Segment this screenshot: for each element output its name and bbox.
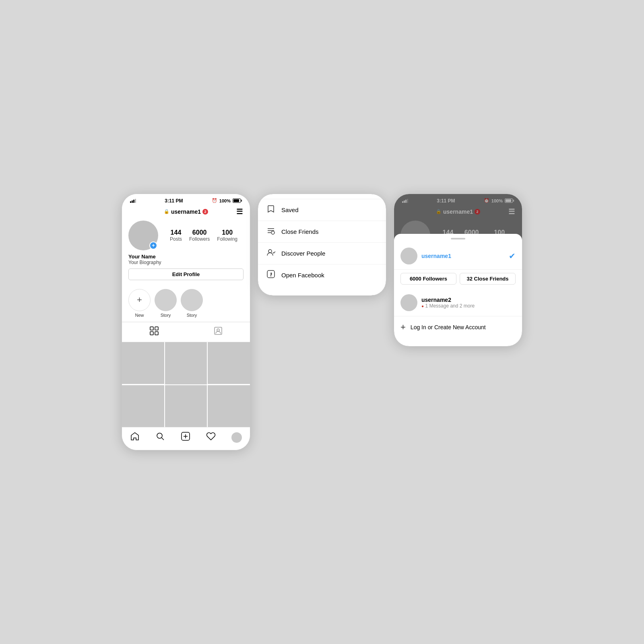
menu-nametag[interactable]: Nametag bbox=[258, 194, 386, 199]
status-left-1 bbox=[130, 199, 136, 203]
status-time-1: 3:11 PM bbox=[165, 198, 183, 204]
battery-icon-1 bbox=[233, 198, 242, 203]
add-icon-1[interactable] bbox=[181, 431, 190, 444]
status-left-3 bbox=[402, 199, 408, 203]
svg-rect-2 bbox=[150, 332, 153, 335]
grid-cell-1 bbox=[122, 342, 164, 384]
search-icon-1[interactable] bbox=[155, 431, 165, 444]
stat-label-followers-1: Followers bbox=[189, 236, 210, 242]
account-info-2: username2 ● 1 Message and 2 more bbox=[421, 297, 475, 309]
grid-cell-5 bbox=[165, 385, 207, 427]
story-label-1a: Story bbox=[161, 313, 171, 318]
svg-rect-19 bbox=[267, 270, 275, 278]
phone-profile: 3:11 PM ⏰ 100% 🔒 username1 2 ☰ bbox=[122, 194, 250, 450]
stat-followers-1: 6000 Followers bbox=[189, 229, 210, 242]
profile-header-1: 🔒 username1 2 ☰ bbox=[122, 206, 250, 217]
tab-grid-1[interactable] bbox=[122, 322, 186, 342]
add-account-label: Log In or Create New Account bbox=[411, 324, 486, 330]
menu-discover-label: Discover People bbox=[281, 250, 325, 257]
heart-icon-1[interactable] bbox=[206, 431, 216, 444]
svg-point-6 bbox=[157, 433, 162, 438]
story-1b[interactable]: Story bbox=[181, 289, 203, 318]
svg-point-5 bbox=[217, 329, 219, 331]
menu-close-friends[interactable]: Close Friends bbox=[258, 221, 386, 243]
status-right-3: ⏰ 100% bbox=[484, 198, 514, 203]
discover-icon bbox=[266, 248, 276, 259]
avatar-plus-1[interactable]: + bbox=[149, 242, 157, 250]
hamburger-menu-1[interactable]: ☰ bbox=[236, 207, 243, 216]
account-avatar-2 bbox=[400, 294, 417, 311]
menu-sheet: Settings Archive bbox=[258, 194, 386, 295]
profile-top-1: + 144 Posts 6000 Followers 100 Following bbox=[128, 221, 244, 250]
profile-info-1: + 144 Posts 6000 Followers 100 Following bbox=[122, 217, 250, 285]
account-avatar-1 bbox=[400, 248, 417, 264]
stat-num-posts-1: 144 bbox=[170, 229, 182, 236]
nav-avatar-1[interactable] bbox=[231, 432, 242, 443]
stats-1: 144 Posts 6000 Followers 100 Following bbox=[164, 229, 244, 242]
battery-pct-3: 100% bbox=[491, 198, 503, 203]
account-left-1: username1 bbox=[400, 248, 451, 264]
followers-btn[interactable]: 6000 Followers bbox=[400, 273, 456, 285]
add-account-plus-icon: + bbox=[400, 322, 406, 332]
screenshots-container: 3:11 PM ⏰ 100% 🔒 username1 2 ☰ bbox=[105, 169, 539, 475]
status-bar-1: 3:11 PM ⏰ 100% bbox=[122, 194, 250, 206]
notif-badge-1: 2 bbox=[202, 209, 208, 215]
username-text-3: username1 bbox=[443, 208, 473, 215]
signal-icon-3 bbox=[402, 199, 408, 203]
story-label-1b: Story bbox=[187, 313, 197, 318]
alarm-icon-3: ⏰ bbox=[484, 198, 489, 203]
friends-icon bbox=[266, 226, 276, 237]
hamburger-menu-3[interactable]: ☰ bbox=[508, 207, 515, 216]
story-label-new-1: New bbox=[135, 313, 144, 318]
close-friends-btn[interactable]: 32 Close Friends bbox=[460, 273, 516, 285]
account-username-1: username1 bbox=[421, 253, 451, 259]
menu-discover[interactable]: Discover People bbox=[258, 243, 386, 264]
svg-line-7 bbox=[161, 438, 164, 440]
account-left-2: username2 ● 1 Message and 2 more bbox=[400, 294, 475, 311]
grid-cell-2 bbox=[165, 342, 207, 384]
stat-posts-1: 144 Posts bbox=[170, 229, 182, 242]
stat-num-following-1: 100 bbox=[217, 229, 237, 236]
notif-badge-3: 2 bbox=[475, 209, 480, 215]
add-account-row[interactable]: + Log In or Create New Account bbox=[394, 316, 522, 338]
phone-account-switch: 3:11 PM ⏰ 100% 🔒 username1 2 ☰ bbox=[394, 194, 522, 347]
phone-menu: 3:11 PM ⏰ 100% 🔒 username1 2 ☰ bbox=[258, 194, 386, 296]
grid-cell-4 bbox=[122, 385, 164, 427]
stat-label-posts-1: Posts bbox=[170, 236, 182, 242]
account-sub-2: ● 1 Message and 2 more bbox=[421, 303, 475, 309]
account-sheet: username1 ✔ 6000 Followers 32 Close Frie… bbox=[394, 234, 522, 346]
svg-point-18 bbox=[268, 250, 272, 253]
person-tag-icon-1 bbox=[214, 326, 223, 338]
signal-icon bbox=[130, 199, 136, 203]
svg-rect-1 bbox=[155, 327, 158, 330]
battery-icon-3 bbox=[505, 198, 514, 203]
account-notif-text: 1 Message and 2 more bbox=[425, 303, 475, 309]
alarm-icon: ⏰ bbox=[212, 198, 217, 203]
edit-profile-btn-1[interactable]: Edit Profile bbox=[128, 268, 244, 280]
stat-following-1: 100 Following bbox=[217, 229, 237, 242]
menu-saved-label: Saved bbox=[281, 206, 299, 213]
story-circle-1b bbox=[181, 289, 203, 311]
lock-icon-3: 🔒 bbox=[436, 209, 442, 214]
tab-tagged-1[interactable] bbox=[186, 322, 250, 342]
username-text-1: username1 bbox=[171, 208, 201, 215]
account-row-1[interactable]: username1 ✔ bbox=[394, 243, 522, 270]
avatar-wrap-1: + bbox=[128, 221, 158, 250]
story-1a[interactable]: Story bbox=[155, 289, 177, 318]
svg-rect-0 bbox=[150, 327, 153, 330]
account-btns: 6000 Followers 32 Close Friends bbox=[394, 270, 522, 289]
menu-facebook[interactable]: Open Facebook bbox=[258, 264, 386, 286]
stories-row-1: + New Story Story bbox=[122, 285, 250, 322]
bottom-nav-1 bbox=[122, 427, 250, 450]
username-header-3: 🔒 username1 2 bbox=[436, 208, 480, 215]
facebook-icon bbox=[266, 270, 276, 281]
story-new-1[interactable]: + New bbox=[128, 289, 151, 318]
lock-icon-1: 🔒 bbox=[164, 209, 169, 214]
menu-saved[interactable]: Saved bbox=[258, 199, 386, 221]
grid-icon-1 bbox=[150, 326, 159, 338]
account-row-2[interactable]: username2 ● 1 Message and 2 more bbox=[394, 289, 522, 316]
tab-row-1 bbox=[122, 322, 250, 342]
notif-dot-2: ● bbox=[421, 304, 424, 308]
home-icon-1[interactable] bbox=[130, 431, 140, 444]
menu-close-friends-label: Close Friends bbox=[281, 228, 319, 235]
